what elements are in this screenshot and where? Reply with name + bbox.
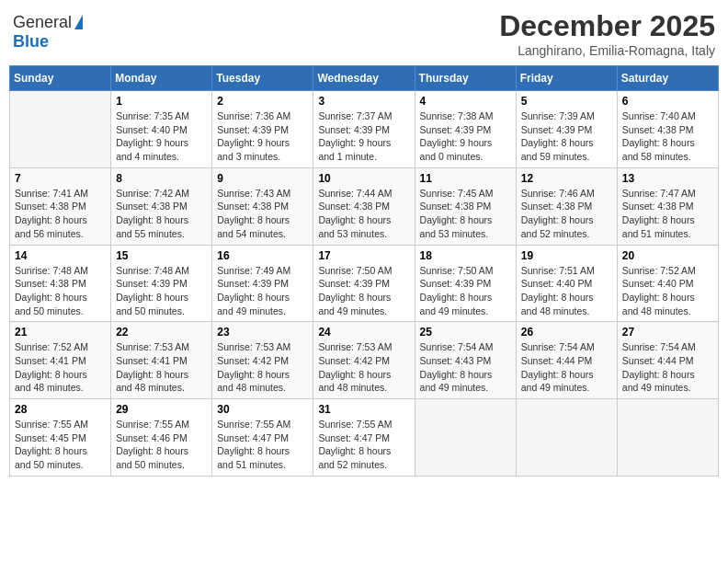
header-thursday: Thursday [415,66,516,91]
day-number: 7 [15,172,106,185]
logo-blue: Blue [13,32,49,51]
day-number: 5 [521,95,612,108]
day-info: Sunrise: 7:39 AM Sunset: 4:39 PM Dayligh… [521,109,612,164]
day-info: Sunrise: 7:37 AM Sunset: 4:39 PM Dayligh… [318,109,409,164]
calendar-week-3: 14Sunrise: 7:48 AM Sunset: 4:38 PM Dayli… [10,245,719,322]
logo-triangle-icon [74,15,83,29]
calendar-cell: 9Sunrise: 7:43 AM Sunset: 4:38 PM Daylig… [212,167,313,245]
day-number: 12 [521,172,612,185]
calendar-cell: 16Sunrise: 7:49 AM Sunset: 4:39 PM Dayli… [212,245,313,322]
calendar-cell: 14Sunrise: 7:48 AM Sunset: 4:38 PM Dayli… [10,245,111,322]
day-info: Sunrise: 7:43 AM Sunset: 4:38 PM Dayligh… [217,187,308,241]
day-number: 2 [217,95,308,108]
day-number: 14 [15,249,106,262]
calendar-cell: 24Sunrise: 7:53 AM Sunset: 4:42 PM Dayli… [313,322,415,399]
calendar-cell: 7Sunrise: 7:41 AM Sunset: 4:38 PM Daylig… [10,167,111,245]
header-saturday: Saturday [617,66,718,91]
calendar-cell: 19Sunrise: 7:51 AM Sunset: 4:40 PM Dayli… [516,245,617,322]
day-info: Sunrise: 7:42 AM Sunset: 4:38 PM Dayligh… [116,187,207,241]
day-info: Sunrise: 7:55 AM Sunset: 4:47 PM Dayligh… [217,418,308,472]
location: Langhirano, Emilia-Romagna, Italy [499,43,715,58]
day-info: Sunrise: 7:54 AM Sunset: 4:43 PM Dayligh… [420,340,511,395]
day-number: 8 [116,172,207,185]
calendar-cell: 31Sunrise: 7:55 AM Sunset: 4:47 PM Dayli… [313,399,415,477]
day-number: 16 [217,249,308,262]
calendar-cell: 21Sunrise: 7:52 AM Sunset: 4:41 PM Dayli… [10,322,111,399]
day-number: 20 [622,249,713,262]
day-info: Sunrise: 7:38 AM Sunset: 4:39 PM Dayligh… [420,109,511,164]
calendar-cell: 10Sunrise: 7:44 AM Sunset: 4:38 PM Dayli… [313,167,415,245]
calendar-cell: 25Sunrise: 7:54 AM Sunset: 4:43 PM Dayli… [415,322,516,399]
calendar-cell: 17Sunrise: 7:50 AM Sunset: 4:39 PM Dayli… [313,245,415,322]
day-number: 9 [217,172,308,185]
day-number: 10 [318,172,409,185]
day-info: Sunrise: 7:50 AM Sunset: 4:39 PM Dayligh… [420,264,511,318]
day-number: 28 [15,403,106,416]
day-info: Sunrise: 7:47 AM Sunset: 4:38 PM Dayligh… [622,187,713,241]
day-info: Sunrise: 7:53 AM Sunset: 4:42 PM Dayligh… [318,340,409,395]
page-header: General Blue December 2025 Langhirano, E… [9,9,719,58]
calendar-week-2: 7Sunrise: 7:41 AM Sunset: 4:38 PM Daylig… [10,167,719,245]
day-number: 11 [420,172,511,185]
calendar-week-4: 21Sunrise: 7:52 AM Sunset: 4:41 PM Dayli… [10,322,719,399]
day-info: Sunrise: 7:52 AM Sunset: 4:41 PM Dayligh… [15,340,106,395]
day-info: Sunrise: 7:53 AM Sunset: 4:42 PM Dayligh… [217,340,308,395]
day-number: 3 [318,95,409,108]
header-monday: Monday [111,66,212,91]
day-info: Sunrise: 7:41 AM Sunset: 4:38 PM Dayligh… [15,187,106,241]
day-number: 27 [622,326,713,339]
day-number: 26 [521,326,612,339]
calendar: SundayMondayTuesdayWednesdayThursdayFrid… [9,65,719,477]
logo: General Blue [13,13,83,52]
day-number: 1 [116,95,207,108]
calendar-cell: 30Sunrise: 7:55 AM Sunset: 4:47 PM Dayli… [212,399,313,477]
day-number: 19 [521,249,612,262]
day-info: Sunrise: 7:54 AM Sunset: 4:44 PM Dayligh… [622,340,713,395]
calendar-cell: 11Sunrise: 7:45 AM Sunset: 4:38 PM Dayli… [415,167,516,245]
month-title: December 2025 [499,9,715,43]
header-sunday: Sunday [10,66,111,91]
day-number: 6 [622,95,713,108]
header-tuesday: Tuesday [212,66,313,91]
calendar-cell: 15Sunrise: 7:48 AM Sunset: 4:39 PM Dayli… [111,245,212,322]
day-info: Sunrise: 7:49 AM Sunset: 4:39 PM Dayligh… [217,264,308,318]
header-wednesday: Wednesday [313,66,415,91]
calendar-cell: 4Sunrise: 7:38 AM Sunset: 4:39 PM Daylig… [415,91,516,168]
calendar-cell [516,399,617,477]
day-number: 24 [318,326,409,339]
calendar-cell: 22Sunrise: 7:53 AM Sunset: 4:41 PM Dayli… [111,322,212,399]
calendar-week-5: 28Sunrise: 7:55 AM Sunset: 4:45 PM Dayli… [10,399,719,477]
day-info: Sunrise: 7:36 AM Sunset: 4:39 PM Dayligh… [217,109,308,164]
calendar-cell [10,91,111,168]
calendar-cell: 27Sunrise: 7:54 AM Sunset: 4:44 PM Dayli… [617,322,718,399]
day-info: Sunrise: 7:45 AM Sunset: 4:38 PM Dayligh… [420,187,511,241]
day-info: Sunrise: 7:55 AM Sunset: 4:47 PM Dayligh… [318,418,409,472]
calendar-cell: 29Sunrise: 7:55 AM Sunset: 4:46 PM Dayli… [111,399,212,477]
calendar-cell: 28Sunrise: 7:55 AM Sunset: 4:45 PM Dayli… [10,399,111,477]
day-info: Sunrise: 7:52 AM Sunset: 4:40 PM Dayligh… [622,264,713,318]
day-number: 13 [622,172,713,185]
calendar-cell: 26Sunrise: 7:54 AM Sunset: 4:44 PM Dayli… [516,322,617,399]
day-number: 21 [15,326,106,339]
day-number: 30 [217,403,308,416]
day-info: Sunrise: 7:50 AM Sunset: 4:39 PM Dayligh… [318,264,409,318]
day-number: 22 [116,326,207,339]
calendar-cell: 3Sunrise: 7:37 AM Sunset: 4:39 PM Daylig… [313,91,415,168]
day-number: 18 [420,249,511,262]
calendar-cell: 2Sunrise: 7:36 AM Sunset: 4:39 PM Daylig… [212,91,313,168]
calendar-cell: 23Sunrise: 7:53 AM Sunset: 4:42 PM Dayli… [212,322,313,399]
day-info: Sunrise: 7:48 AM Sunset: 4:38 PM Dayligh… [15,264,106,318]
day-info: Sunrise: 7:54 AM Sunset: 4:44 PM Dayligh… [521,340,612,395]
day-number: 25 [420,326,511,339]
calendar-header-row: SundayMondayTuesdayWednesdayThursdayFrid… [10,66,719,91]
day-info: Sunrise: 7:46 AM Sunset: 4:38 PM Dayligh… [521,187,612,241]
logo-general: General [13,13,72,32]
title-section: December 2025 Langhirano, Emilia-Romagna… [499,9,715,58]
day-info: Sunrise: 7:44 AM Sunset: 4:38 PM Dayligh… [318,187,409,241]
calendar-cell: 20Sunrise: 7:52 AM Sunset: 4:40 PM Dayli… [617,245,718,322]
day-number: 29 [116,403,207,416]
day-info: Sunrise: 7:55 AM Sunset: 4:45 PM Dayligh… [15,418,106,472]
day-info: Sunrise: 7:48 AM Sunset: 4:39 PM Dayligh… [116,264,207,318]
day-info: Sunrise: 7:40 AM Sunset: 4:38 PM Dayligh… [622,109,713,164]
day-number: 31 [318,403,409,416]
